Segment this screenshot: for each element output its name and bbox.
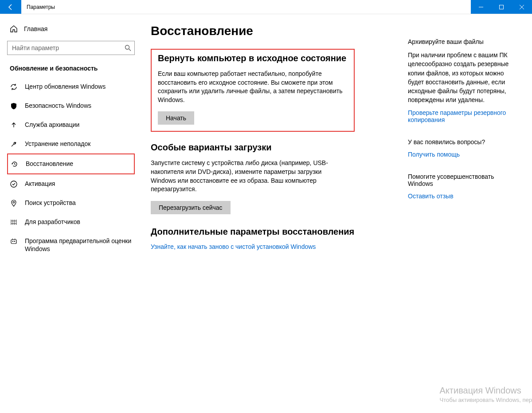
sidebar-item-security[interactable]: Безопасность Windows — [7, 96, 135, 115]
shield-icon — [10, 102, 18, 110]
svg-point-10 — [14, 241, 15, 242]
right-sidebar: Архивируйте ваши файлы При наличии пробл… — [408, 38, 519, 215]
back-button[interactable] — [0, 0, 21, 14]
arrow-up-icon — [10, 121, 18, 129]
developers-icon — [10, 218, 18, 226]
sidebar-item-find-device[interactable]: Поиск устройства — [7, 193, 135, 212]
feedback-link[interactable]: Оставить отзыв — [408, 193, 454, 200]
reset-title: Вернуть компьютер в исходное состояние — [158, 53, 348, 63]
search-input[interactable] — [7, 41, 135, 55]
sidebar-item-label: Устранение неполадок — [25, 140, 90, 148]
startup-title: Особые варианты загрузки — [151, 142, 399, 153]
fresh-start-link[interactable]: Узнайте, как начать заново с чистой уста… — [151, 243, 316, 250]
sidebar-item-recovery[interactable]: Восстановление — [7, 153, 135, 174]
activation-watermark: Активация Windows Чтобы активировать Win… — [439, 385, 532, 403]
sidebar-item-label: Поиск устройства — [25, 199, 76, 207]
startup-section: Особые варианты загрузки Запустите систе… — [151, 142, 399, 214]
sidebar-item-insider[interactable]: Программа предварительной оценки Windows — [7, 232, 135, 258]
maximize-button[interactable] — [491, 0, 512, 14]
titlebar: Параметры — [0, 0, 532, 14]
sidebar-item-label: Служба архивации — [25, 121, 79, 129]
sidebar-home-label: Главная — [24, 25, 47, 32]
sidebar-item-label: Программа предварительной оценки Windows — [25, 237, 132, 253]
location-icon — [10, 199, 18, 207]
svg-point-9 — [12, 241, 13, 242]
insider-icon — [10, 237, 18, 245]
sidebar-item-label: Безопасность Windows — [25, 102, 91, 110]
sidebar-item-label: Для разработчиков — [25, 218, 80, 226]
get-help-link[interactable]: Получить помощь — [408, 151, 460, 158]
reset-start-button[interactable]: Начать — [158, 111, 194, 125]
main: Восстановление Вернуть компьютер в исход… — [142, 14, 532, 413]
reset-section: Вернуть компьютер в исходное состояние Е… — [151, 49, 355, 132]
right-improve-title: Помогите усовершенствовать Windows — [408, 173, 519, 187]
sidebar-item-label: Центр обновления Windows — [25, 83, 106, 90]
close-button[interactable] — [512, 0, 532, 14]
right-improve-section: Помогите усовершенствовать Windows Остав… — [408, 173, 519, 200]
backup-settings-link[interactable]: Проверьте параметры резервного копирован… — [408, 109, 519, 123]
more-recovery-section: Дополнительные параметры восстановления … — [151, 227, 399, 250]
svg-rect-8 — [11, 240, 16, 244]
close-icon — [520, 5, 524, 9]
sidebar-item-troubleshoot[interactable]: Устранение неполадок — [7, 134, 135, 153]
watermark-line2: Чтобы активировать Windows, пер — [439, 397, 532, 403]
sidebar-item-backup[interactable]: Служба архивации — [7, 115, 135, 134]
reset-text: Если ваш компьютер работает нестабильно,… — [158, 70, 348, 104]
sync-icon — [10, 83, 18, 91]
svg-point-6 — [11, 181, 17, 187]
right-questions-title: У вас появились вопросы? — [408, 138, 519, 146]
minimize-button[interactable] — [471, 0, 491, 14]
sidebar-item-activation[interactable]: Активация — [7, 174, 135, 193]
sidebar-section-title: Обновление и безопасность — [7, 65, 135, 77]
watermark-line1: Активация Windows — [439, 385, 532, 396]
sidebar-home[interactable]: Главная — [7, 22, 135, 41]
right-questions-section: У вас появились вопросы? Получить помощь — [408, 138, 519, 158]
wrench-icon — [10, 140, 18, 148]
sidebar-item-update[interactable]: Центр обновления Windows — [7, 77, 135, 96]
window-title: Параметры — [21, 0, 471, 14]
startup-text: Запустите систему с устройства либо диск… — [151, 159, 337, 193]
sidebar-item-developers[interactable]: Для разработчиков — [7, 212, 135, 232]
sidebar: Главная Обновление и безопасность Центр … — [0, 14, 142, 413]
more-recovery-title: Дополнительные параметры восстановления — [151, 227, 399, 237]
minimize-icon — [479, 5, 483, 9]
maximize-icon — [499, 5, 504, 9]
history-icon — [11, 160, 19, 168]
sidebar-item-label: Активация — [25, 180, 55, 188]
restart-now-button[interactable]: Перезагрузить сейчас — [151, 201, 231, 214]
page-title: Восстановление — [151, 24, 399, 38]
svg-rect-1 — [500, 5, 504, 9]
arrow-left-icon — [7, 4, 14, 11]
home-icon — [10, 25, 18, 33]
svg-point-7 — [13, 201, 15, 203]
right-backup-title: Архивируйте ваши файлы — [408, 38, 519, 45]
sidebar-item-label: Восстановление — [26, 160, 73, 168]
right-backup-text: При наличии проблем с вашим ПК целесообр… — [408, 51, 519, 105]
check-circle-icon — [10, 180, 18, 188]
window-controls — [471, 0, 532, 14]
right-backup-section: Архивируйте ваши файлы При наличии пробл… — [408, 38, 519, 123]
search-wrap — [7, 41, 135, 55]
